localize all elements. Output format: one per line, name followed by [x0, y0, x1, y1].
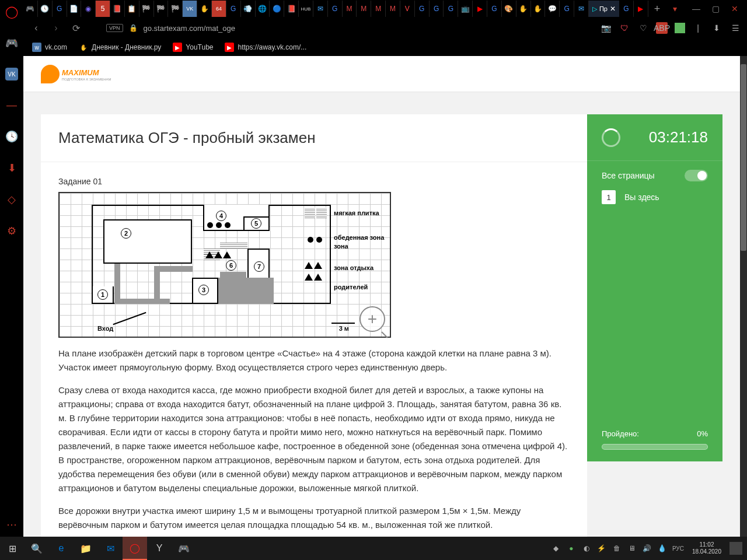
tab-icon[interactable]: G: [619, 1, 634, 17]
edge-icon[interactable]: e: [49, 537, 74, 560]
clock[interactable]: 11:02 18.04.2020: [689, 541, 725, 555]
start-button[interactable]: ⊞: [0, 537, 25, 560]
tab-icon[interactable]: ◉: [81, 1, 96, 17]
tab-icon[interactable]: 🏁: [139, 1, 154, 17]
opera-logo-icon[interactable]: ◯: [5, 5, 19, 19]
tab-icon[interactable]: 📕: [110, 1, 125, 17]
tab-icon[interactable]: M: [357, 1, 371, 17]
tab-icon[interactable]: ▶: [634, 1, 648, 17]
camera-icon[interactable]: 📷: [600, 22, 612, 34]
tab-icon[interactable]: G: [560, 1, 574, 17]
vk-icon[interactable]: VK: [5, 68, 18, 80]
tab-icon[interactable]: ✉: [574, 1, 589, 17]
tab-icon[interactable]: HUB: [299, 1, 313, 17]
heart-icon[interactable]: ♡: [637, 22, 649, 34]
tab-icon[interactable]: ✋: [531, 1, 546, 17]
history-icon[interactable]: 🕓: [5, 130, 19, 144]
bookmark-item[interactable]: wvk.com: [32, 43, 67, 52]
active-tab[interactable]: ▷ Пр ✕: [589, 1, 619, 17]
tab-icon[interactable]: 📄: [67, 1, 82, 17]
floor-plan-diagram[interactable]: 2 1 4 5 6 3: [58, 192, 391, 338]
explorer-icon[interactable]: 📁: [74, 537, 98, 560]
page-nav-item[interactable]: 1 Вы здесь: [602, 190, 708, 204]
tab-icon[interactable]: 5: [96, 1, 110, 17]
scrollbar[interactable]: [740, 56, 747, 537]
tab-icon[interactable]: 🔵: [270, 1, 284, 17]
tab-icon[interactable]: ✉: [313, 1, 328, 17]
bookmark-item[interactable]: ✋Дневник - Дневник.ру: [79, 43, 161, 52]
tab-icon[interactable]: 📺: [458, 1, 473, 17]
easy-setup-icon[interactable]: ☰: [729, 22, 741, 34]
tab-icon[interactable]: G: [430, 1, 444, 17]
tab-icon[interactable]: 🏁: [154, 1, 169, 17]
tray-icon[interactable]: 🗑: [612, 543, 622, 554]
download-icon[interactable]: ⬇: [711, 22, 722, 34]
tab-icon[interactable]: 📕: [284, 1, 299, 17]
tab-icon[interactable]: G: [444, 1, 458, 17]
tray-icon[interactable]: ●: [566, 543, 577, 554]
scroll-thumb[interactable]: [741, 64, 746, 251]
tab-icon[interactable]: 🎨: [502, 1, 516, 17]
zoom-icon[interactable]: +: [359, 306, 385, 332]
close-button[interactable]: ✕: [731, 4, 738, 13]
more-icon[interactable]: ⋯: [0, 518, 23, 531]
reload-button[interactable]: ⟳: [69, 21, 83, 35]
tab-icon[interactable]: G: [226, 1, 241, 17]
mail-icon[interactable]: ✉: [98, 537, 123, 560]
shield-icon[interactable]: 🛡: [619, 22, 630, 34]
tab-icon[interactable]: G: [487, 1, 502, 17]
tray-icon[interactable]: ⚡: [596, 543, 607, 554]
tab-icon[interactable]: 🏁: [168, 1, 183, 17]
language-indicator[interactable]: РУС: [672, 543, 684, 554]
tab-icon[interactable]: 64: [212, 1, 226, 17]
tab-icon[interactable]: 🕓: [38, 1, 53, 17]
tab-icon[interactable]: G: [53, 1, 67, 17]
gear-icon[interactable]: ⚙: [5, 224, 19, 238]
minus-icon[interactable]: —: [5, 98, 19, 112]
tab-icon[interactable]: ✋: [516, 1, 531, 17]
forward-button[interactable]: ›: [49, 21, 63, 35]
download-icon[interactable]: ⬇: [5, 161, 19, 175]
all-pages-toggle[interactable]: [685, 170, 708, 181]
tab-icon[interactable]: M: [386, 1, 400, 17]
menu-icon[interactable]: ▾: [666, 4, 683, 13]
bookmark-item[interactable]: ▶YouTube: [173, 43, 213, 52]
ext-icon[interactable]: [675, 23, 685, 33]
tab-icon[interactable]: 🎮: [23, 1, 38, 17]
vpn-badge[interactable]: VPN: [106, 24, 123, 32]
discord-icon[interactable]: 🎮: [5, 36, 19, 50]
tab-icon[interactable]: ▶: [473, 1, 487, 17]
notifications-icon[interactable]: [729, 542, 742, 555]
tray-icon[interactable]: 💧: [657, 543, 668, 554]
tray-icon[interactable]: ◆: [551, 543, 561, 554]
tab-icon[interactable]: V: [400, 1, 415, 17]
discord-taskbar-icon[interactable]: 🎮: [172, 537, 196, 560]
bookmark-item[interactable]: ▶https://away.vk.com/...: [225, 43, 306, 52]
new-tab-button[interactable]: +: [648, 3, 666, 15]
tab-icon[interactable]: 💨: [241, 1, 256, 17]
tab-icon[interactable]: VK: [183, 1, 197, 17]
site-logo[interactable]: MAXIMUM ПОДГОТОВКА К ЭКЗАМЕНАМ: [41, 65, 111, 83]
close-icon[interactable]: ✕: [610, 5, 616, 13]
tab-icon[interactable]: G: [328, 1, 343, 17]
tray-icon[interactable]: ◐: [581, 543, 592, 554]
tray-icon[interactable]: 🖥: [627, 543, 637, 554]
url-field[interactable]: go.startexam.com/mat_oge: [144, 24, 594, 33]
tab-icon[interactable]: 📋: [125, 1, 139, 17]
tab-icon[interactable]: 🌐: [256, 1, 270, 17]
opera-taskbar-icon[interactable]: ◯: [123, 537, 147, 560]
search-button[interactable]: 🔍: [25, 537, 49, 560]
minimize-button[interactable]: —: [692, 4, 700, 13]
adblock-icon[interactable]: ABP: [656, 22, 668, 34]
volume-icon[interactable]: 🔊: [642, 543, 652, 554]
tab-icon[interactable]: ✋: [197, 1, 212, 17]
tab-icon[interactable]: 💬: [545, 1, 560, 17]
tab-icon[interactable]: M: [371, 1, 386, 17]
lock-icon[interactable]: 🔒: [129, 24, 138, 32]
yandex-icon[interactable]: Y: [147, 537, 172, 560]
tab-icon[interactable]: G: [415, 1, 430, 17]
cube-icon[interactable]: ◇: [5, 192, 19, 206]
maximize-button[interactable]: ▢: [712, 4, 720, 13]
tab-icon[interactable]: M: [343, 1, 357, 17]
back-button[interactable]: ‹: [29, 21, 43, 35]
